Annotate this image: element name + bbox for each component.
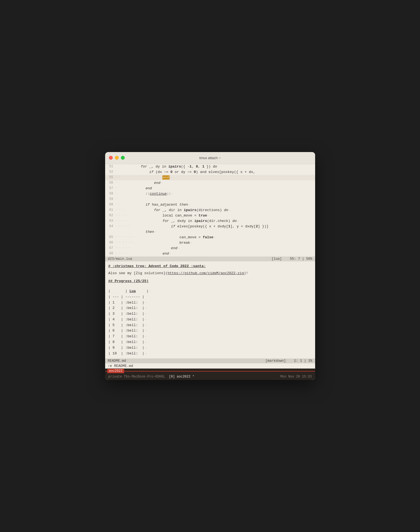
code-text: for _, dy in ipairs({ -1, 0, 1 }) do: [115, 164, 313, 169]
code-line-56: 56 → → end→: [105, 180, 315, 186]
code-text: can_move = false→: [137, 235, 313, 240]
code-line-67: 67 → → → → → end→: [105, 246, 315, 251]
table-row: | 10 | :bell: |→: [108, 351, 312, 357]
line-number: 62: [107, 213, 115, 218]
line-number: 59: [107, 197, 115, 202]
line-number: 52: [107, 169, 115, 174]
close-button[interactable]: [109, 156, 113, 160]
table-separator: | --- | ------- |: [108, 294, 145, 300]
code-line-57: 57 → end: [105, 186, 315, 191]
table-cell: | 2 | :bell: |→: [108, 305, 146, 311]
table-row: | 6 | :bell: |→: [108, 328, 312, 334]
vim-command-line[interactable]: :e README.md: [105, 363, 315, 369]
code-line-59: 59 →: [105, 197, 315, 202]
table-row: | 3 | :bell: |→: [108, 311, 312, 317]
maximize-button[interactable]: [121, 156, 125, 160]
app-window: tmux attach ~ 51 for _, dy in ipairs({ -…: [105, 152, 315, 380]
line-number: 66: [107, 240, 115, 245]
line-number: 55: [107, 175, 115, 180]
line-arrows: → → → →: [115, 213, 137, 217]
md-link-line: Also see my [Zig solutions](https://gith…: [108, 271, 312, 276]
code-line-52: 52 if (dx ~= 0 or dy ~= 0) and elves[pos…: [105, 169, 315, 175]
line-arrows: →: [115, 186, 137, 190]
table-row: | 1 | :bell: |→: [108, 300, 312, 306]
table-cell: | 7 | :bell: |→: [108, 334, 146, 339]
line-arrows: → → → → →: [115, 224, 137, 228]
table-row: | 9 | :bell: |→: [108, 345, 312, 351]
code-line-60: 60 → → if has_adjacent then→: [105, 202, 315, 208]
tmux-divider: aoc2022: [105, 369, 315, 373]
table-row: | 8 | :bell: |→: [108, 339, 312, 345]
markdown-status-bar: README.md [markdown] 1: 1 | 1%: [105, 358, 315, 363]
line-arrows: →: [115, 197, 137, 201]
code-text: end→: [137, 180, 313, 186]
md-progress-text: ## Progress (25/25): [108, 279, 149, 283]
line-number: 63: [107, 218, 115, 223]
md-table: | | Lua |→ | --- | ------- | | 1 | :bell…: [108, 289, 312, 357]
window-title: tmux attach ~: [199, 156, 221, 160]
markdown-filename: README.md: [108, 359, 126, 363]
table-cell: | 10 | :bell: |→: [108, 351, 146, 357]
code-text: if has_adjacent then→: [137, 202, 313, 208]
code-text: end→: [137, 175, 313, 180]
code-text: local can_move = true→: [137, 213, 313, 218]
table-cell: | 3 | :bell: |→: [108, 311, 146, 317]
md-link-text: Also see my [Zig solutions](https://gith…: [108, 271, 248, 275]
editor-position: [lua] 55: 7 | 56%: [271, 257, 312, 261]
line-number: 57: [107, 186, 115, 191]
line-number: 67: [107, 246, 115, 250]
table-cell: | 6 | :bell: |→: [108, 328, 146, 334]
line-arrows: → →: [115, 175, 137, 179]
tmux-right-info: Mon Nov 20 15:33: [280, 375, 312, 379]
line-arrows: →: [115, 191, 137, 195]
traffic-lights: [109, 156, 125, 160]
table-row: | 7 | :bell: |→: [108, 334, 312, 339]
line-arrows: → → → → → →: [115, 235, 137, 239]
code-text: end: [137, 186, 313, 191]
line-arrows: → →: [115, 202, 137, 206]
code-text: end→: [137, 251, 313, 256]
table-cell: | 4 | :bell: |→: [108, 317, 146, 323]
line-arrows: → → → →: [115, 251, 137, 255]
code-editor[interactable]: 51 for _, dy in ipairs({ -1, 0, 1 }) do …: [105, 164, 315, 256]
code-text: for _, dxdy in ipairs(dir.check) do→: [137, 218, 313, 224]
cmd-text: :e README.md: [108, 364, 133, 368]
code-text: ::continue::→: [137, 191, 313, 197]
line-arrows: → → → → → →: [115, 240, 137, 244]
table-cell: | 5 | :bell: |→: [108, 323, 146, 328]
code-line-68: 68 → → → → end→: [105, 251, 315, 256]
minimize-button[interactable]: [115, 156, 119, 160]
code-line-64: 64 → → → → → if elves[poskey({ x + dxdy[…: [105, 224, 315, 229]
editor-status-bar: d23/main.lua [lua] 55: 7 | 56%: [105, 256, 315, 261]
code-line-66: 66 → → → → → → break→: [105, 240, 315, 246]
code-line-63: 63 → → → → for _, dxdy in ipairs(dir.che…: [105, 218, 315, 224]
titlebar: tmux attach ~: [105, 152, 315, 164]
code-text: then→: [137, 229, 313, 235]
line-number: 65: [107, 235, 115, 240]
table-row: | 4 | :bell: |→: [108, 317, 312, 323]
table-cell: | 9 | :bell: |→: [108, 345, 146, 351]
line-number: 58: [107, 191, 115, 196]
code-text: break→: [137, 240, 313, 246]
code-line-64-cont: then→: [105, 229, 315, 235]
line-number: 60: [107, 202, 115, 207]
table-header: | | Lua |→: [108, 289, 151, 294]
code-text: end→: [137, 246, 313, 251]
line-arrows: → → →: [115, 208, 137, 212]
table-separator-row: | --- | ------- |: [108, 294, 312, 300]
line-arrows: → →: [115, 180, 137, 184]
line-arrows: → → → → →: [115, 246, 137, 250]
code-text: if elves[poskey({ x + dxdy[1], y + dxdy[…: [137, 224, 313, 229]
line-number: 56: [107, 180, 115, 185]
tmux-window-info: [0] aoc2022 *: [169, 375, 195, 379]
code-line-62: 62 → → → → local can_move = true→: [105, 213, 315, 218]
line-number: 64: [107, 224, 115, 229]
line-number: 68: [107, 251, 115, 256]
line-number: 61: [107, 208, 115, 212]
markdown-editor[interactable]: # :christmas_tree: Advent of Code 2022 :…: [105, 261, 315, 359]
md-progress-heading: ## Progress (25/25): [108, 279, 312, 284]
tmux-session-label: aoc2022: [107, 369, 124, 373]
table-cell: | 8 | :bell: |→: [108, 339, 146, 345]
code-text: for _, dir in ipairs(directions) do→: [137, 208, 313, 213]
tmux-status-bar: private fbs-MacBook-Pro-KDH9L [0] aoc202…: [105, 373, 315, 380]
